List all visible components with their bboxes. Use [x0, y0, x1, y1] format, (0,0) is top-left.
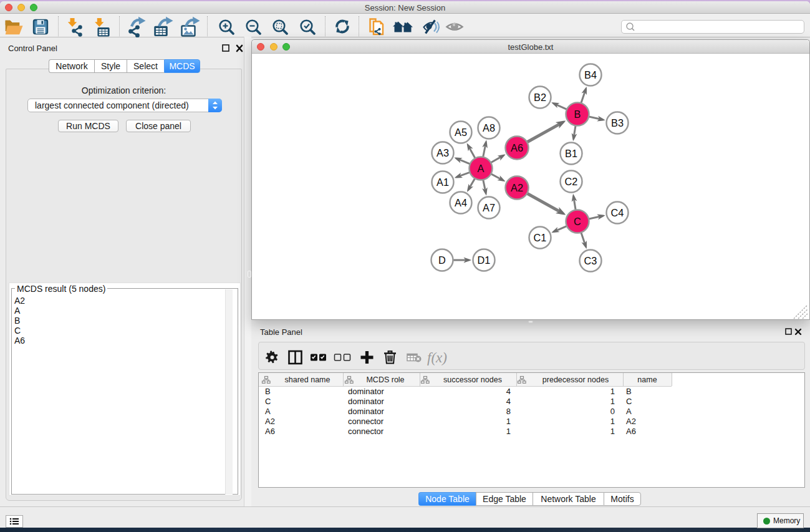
svg-text:B: B: [574, 109, 581, 120]
svg-text:A: A: [478, 163, 485, 174]
svg-text:A6: A6: [511, 142, 523, 153]
svg-text:A5: A5: [455, 127, 467, 138]
svg-text:C3: C3: [584, 255, 597, 266]
svg-text:A8: A8: [483, 122, 495, 133]
svg-text:A7: A7: [483, 202, 495, 213]
svg-text:B: B: [265, 387, 271, 396]
svg-text:4: 4: [506, 397, 511, 406]
svg-text:B3: B3: [611, 117, 624, 128]
svg-text:A2: A2: [511, 182, 523, 193]
svg-text:1: 1: [506, 427, 511, 436]
svg-text:1: 1: [506, 417, 511, 426]
svg-text:B4: B4: [584, 69, 597, 80]
svg-text:A: A: [265, 407, 271, 416]
svg-text:A6: A6: [265, 427, 275, 436]
svg-text:1: 1: [610, 397, 615, 406]
svg-text:C: C: [574, 216, 581, 227]
svg-text:connector: connector: [348, 417, 384, 426]
svg-text:4: 4: [506, 387, 511, 396]
svg-text:B: B: [626, 387, 632, 396]
svg-text:B1: B1: [565, 148, 577, 159]
svg-text:D1: D1: [478, 254, 491, 266]
svg-text:B2: B2: [534, 92, 546, 103]
svg-text:C: C: [626, 397, 632, 406]
svg-text:A6: A6: [626, 427, 636, 436]
svg-text:shared name: shared name: [285, 375, 330, 384]
svg-text:C4: C4: [611, 207, 624, 218]
svg-text:dominator: dominator: [348, 387, 384, 396]
svg-text:f(x): f(x): [427, 350, 447, 365]
svg-text:C1: C1: [534, 232, 547, 243]
svg-text:dominator: dominator: [348, 397, 384, 406]
svg-text:A4: A4: [455, 197, 467, 208]
svg-text:A2: A2: [626, 417, 636, 426]
svg-text:MCDS role: MCDS role: [366, 375, 404, 384]
svg-text:D: D: [438, 254, 446, 266]
svg-text:A3: A3: [436, 147, 449, 158]
svg-text:predecessor nodes: predecessor nodes: [542, 375, 609, 384]
svg-text:0: 0: [610, 407, 615, 416]
svg-text:C2: C2: [565, 176, 578, 187]
svg-text:A: A: [626, 407, 632, 416]
svg-text:A1: A1: [436, 177, 449, 188]
svg-text:1: 1: [610, 427, 615, 436]
svg-text:1: 1: [610, 417, 615, 426]
svg-text:connector: connector: [348, 427, 384, 436]
svg-text:8: 8: [506, 407, 511, 416]
svg-text:A2: A2: [265, 417, 275, 426]
svg-text:dominator: dominator: [348, 407, 384, 416]
svg-text:1: 1: [610, 387, 615, 396]
svg-text:C: C: [265, 397, 271, 406]
svg-text:successor nodes: successor nodes: [443, 375, 502, 384]
svg-text:name: name: [637, 375, 657, 384]
